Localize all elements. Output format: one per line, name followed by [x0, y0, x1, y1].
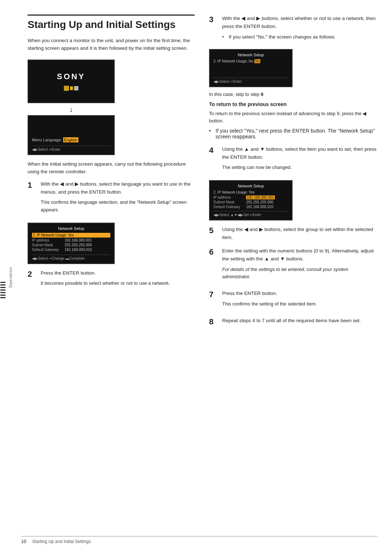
startup-screen-container: SONY ↓ Menu Language: English ◀▶Selec	[28, 60, 115, 155]
network-right2-gateway-label: Default Gateway	[213, 205, 246, 209]
step-7-content: Press the ENTER button. This confirms th…	[222, 289, 377, 311]
step-7-number: 7	[209, 289, 220, 311]
network-right2-ip-value: 192.168.000.001	[246, 195, 275, 199]
step-6-text: Enter the setting with the numeric butto…	[222, 248, 374, 262]
step-5-number: 5	[209, 226, 220, 241]
network-right2-subnet-value: 255.255.255.000	[246, 200, 273, 204]
left-column: Starting Up and Initial Settings When yo…	[28, 15, 205, 540]
step-7: 7 Press the ENTER button. This confirms …	[209, 289, 377, 311]
step-1-content: With the ◀ and ▶ buttons, select the lan…	[41, 180, 195, 217]
network-ip-usage-yes: 2. IP Network Usage: Yes	[33, 233, 74, 237]
page-footer: 10 Starting Up and Initial Settings	[21, 536, 377, 544]
step-2-text: Press the ENTER button.	[41, 270, 96, 276]
return-text: To return to the previous screen instead…	[209, 110, 377, 125]
network-right1-ip-usage: 2. IP Network Usage: No	[213, 59, 253, 63]
network-no-highlight: No	[254, 59, 261, 63]
network-setup-screen-1: Network Setup 2. IP Network Usage: Yes I…	[28, 223, 115, 264]
skip-note: In this case, skip to step 9.	[209, 91, 377, 98]
network-gateway-label: Default Gateway	[32, 248, 65, 252]
main-content: Starting Up and Initial Settings When yo…	[13, 15, 392, 540]
footer-label: Starting Up and Initial Settings	[32, 539, 90, 544]
right-column: 3 With the ◀ and ▶ buttons, select wheth…	[205, 15, 377, 540]
decorative-lines	[0, 279, 7, 298]
step-8: 8 Repeat steps 4 to 7 until all of the r…	[209, 317, 377, 327]
menu-language-screen: Menu Language: English ◀▶Select ↵Enter	[28, 115, 115, 155]
network-setup-title-1: Network Setup	[32, 226, 110, 231]
step-1-number: 1	[28, 180, 38, 217]
step-6-number: 6	[209, 247, 220, 284]
step-5: 5 Using the ◀ and ▶ buttons, select the …	[209, 226, 377, 241]
step-8-text: Repeat steps 4 to 7 until all of the req…	[222, 318, 361, 323]
step-4-number: 4	[209, 145, 220, 174]
bullet-dot-2: •	[209, 128, 213, 139]
network-right2-subnet-row: Subnet Mask 255.255.255.000	[213, 200, 288, 204]
sony-logo: SONY	[57, 72, 85, 81]
step-3-number: 3	[209, 15, 220, 43]
network-subnet-value: 255.255.255.000	[65, 243, 92, 247]
step-6-content: Enter the setting with the numeric butto…	[222, 247, 377, 284]
network-no-screen: Network Setup 2. IP Network Usage: No No…	[209, 49, 293, 87]
arrow-down: ↓	[28, 105, 115, 114]
step-4-text: Using the ▲ and ▼ buttons, select the it…	[222, 146, 376, 160]
step-3-bullet-1-text: If you select "No," the screen changes a…	[229, 33, 336, 41]
network-right1-title: Network Setup	[213, 53, 288, 57]
sony-screen: SONY	[28, 60, 115, 103]
step-8-content: Repeat steps 4 to 7 until all of the req…	[222, 317, 377, 327]
intro-text: When you connect a monitor to the unit, …	[28, 37, 195, 52]
menu-language-value: English	[63, 137, 78, 142]
network-right2-ip-usage: 2. IP Network Usage: Yes	[213, 190, 254, 194]
step-5-content: Using the ◀ and ▶ buttons, select the gr…	[222, 226, 377, 241]
network-right2-gateway-row: Default Gateway 192.168.000.010	[213, 205, 288, 209]
step-2: 2 Press the ENTER button. It becomes pos…	[28, 269, 195, 290]
network-ip-usage-row: 2. IP Network Usage: Yes	[32, 233, 110, 238]
step-6-italic: For details of the settings to be entere…	[222, 266, 377, 281]
network-ip-screen: Network Setup 2. IP Network Usage: Yes I…	[209, 180, 293, 220]
network-ip-value: 192.168.000.001	[65, 238, 92, 242]
network-subnet-row: Subnet Mask 255.255.255.000	[32, 243, 110, 247]
step-6: 6 Enter the setting with the numeric but…	[209, 247, 377, 284]
side-label-text: Operation	[8, 267, 13, 288]
page-title: Starting Up and Initial Settings	[28, 15, 195, 31]
page-container: Operation Starting Up and Initial Settin…	[0, 0, 392, 555]
network-ip-row: IP address 192.168.000.001	[32, 238, 110, 242]
network-right2-title: Network Setup	[213, 184, 288, 188]
step-1: 1 With the ◀ and ▶ buttons, select the l…	[28, 180, 195, 217]
step-4: 4 Using the ▲ and ▼ buttons, select the …	[209, 145, 377, 174]
network-right2-ip-label: IP address	[213, 195, 246, 199]
step-3: 3 With the ◀ and ▶ buttons, select wheth…	[209, 15, 377, 43]
network-gateway-value: 192.168.000.010	[65, 248, 92, 252]
step-2-note: It becomes possible to select whether or…	[41, 280, 195, 287]
return-heading: To return to the previous screen	[209, 101, 377, 107]
menu-language-label: Menu Language:	[32, 138, 62, 142]
step-8-number: 8	[209, 317, 220, 327]
step-2-number: 2	[28, 269, 38, 290]
side-label-area: Operation	[0, 15, 13, 540]
page-number: 10	[21, 539, 26, 544]
step-3-content: With the ◀ and ▶ buttons, select whether…	[222, 15, 377, 43]
network-ip-label: IP address	[32, 238, 65, 242]
step-2-content: Press the ENTER button. It becomes possi…	[41, 269, 195, 290]
step-7-text: Press the ENTER button.	[222, 291, 277, 296]
step-4-note: The setting can now be changed.	[222, 164, 377, 171]
step-3-bullet-2: • If you select "Yes," next press the EN…	[209, 128, 377, 139]
network-no-screen-container: Network Setup 2. IP Network Usage: No No…	[209, 49, 377, 87]
menu-screen-footer: ◀▶Select ↵Enter	[32, 146, 110, 151]
step-3-bullet-1: • If you select "No," the screen changes…	[222, 33, 377, 41]
step-5-text: Using the ◀ and ▶ buttons, select the gr…	[222, 227, 373, 240]
network-right2-ip-row: IP address 192.168.000.001	[213, 195, 288, 199]
network-setup-footer-1: ◀▶Select ↵Change ▬Complete	[32, 255, 110, 260]
network-right2-footer: ◀▶Select ▲▼◀▶Set ↵Enter	[213, 211, 288, 217]
network-right2-gateway-value: 192.168.000.010	[246, 205, 273, 209]
step-1-text: With the ◀ and ▶ buttons, select the lan…	[41, 181, 191, 195]
step-7-note: This confirms the setting of the selecte…	[222, 300, 377, 308]
step-3-text: With the ◀ and ▶ buttons, select whether…	[222, 16, 376, 29]
step-3-bullet-2-text: If you select "Yes," next press the ENTE…	[216, 128, 377, 139]
network-ip-screen-container: Network Setup 2. IP Network Usage: Yes I…	[209, 180, 377, 220]
network-gateway-row: Default Gateway 192.168.000.010	[32, 248, 110, 252]
bullet-dot-1: •	[222, 33, 226, 41]
step-1-note: This confirms the language selection, an…	[41, 199, 195, 214]
network-right1-footer: ◀▶Select ↵Enter	[213, 78, 288, 84]
network-right2-subnet-label: Subnet Mask	[213, 200, 246, 204]
network-right2-ip-value-container: 192.168.000.001	[246, 195, 275, 199]
network-right2-ip-usage-row: 2. IP Network Usage: Yes	[213, 190, 288, 194]
